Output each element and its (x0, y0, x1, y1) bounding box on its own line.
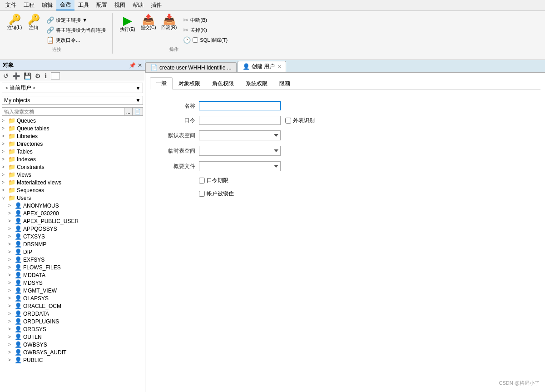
search-button[interactable]: ... (124, 108, 132, 115)
change-password-button[interactable]: 📋 更改口令... (45, 35, 108, 45)
tree-item[interactable]: >👤CTXSYS (0, 233, 145, 240)
tree-expand-icon[interactable]: ∨ (2, 195, 8, 200)
panel-extra-control[interactable] (51, 72, 60, 79)
temp-ts-select[interactable] (199, 146, 281, 156)
tree-item[interactable]: >👤ANONYMOUS (0, 202, 145, 209)
tree-item[interactable]: >👤OWBSYS_AUDIT (0, 348, 145, 356)
tree-expand-icon[interactable]: > (2, 172, 8, 177)
tree-item[interactable]: >📁Indexes (0, 155, 145, 163)
tree-item[interactable]: >👤OWBSYS (0, 341, 145, 348)
tree-item[interactable]: >👤ORDPLUGINS (0, 318, 145, 325)
sql-tab[interactable]: 📄 create user WHHH identifie ... (145, 62, 237, 72)
tree-item[interactable]: >📁Sequences (0, 186, 145, 194)
tree-item[interactable]: >👤DIP (0, 248, 145, 256)
tree-expand-icon[interactable]: > (8, 327, 15, 332)
tree-expand-icon[interactable]: > (2, 164, 8, 169)
sub-tab-sys-privs[interactable]: 系统权限 (240, 78, 273, 89)
tree-item[interactable]: >👤OLAPSYS (0, 294, 145, 302)
menu-session[interactable]: 会话 (56, 0, 74, 10)
tree-expand-icon[interactable]: > (8, 334, 15, 339)
menu-file[interactable]: 文件 (2, 0, 20, 10)
tree-expand-icon[interactable]: > (2, 141, 8, 146)
panel-close-icon[interactable]: ✕ (138, 62, 142, 69)
tree-expand-icon[interactable]: > (8, 265, 15, 270)
tree-expand-icon[interactable]: > (8, 218, 15, 223)
name-input[interactable] (199, 101, 281, 110)
tree-expand-icon[interactable]: > (2, 157, 8, 162)
tree-item[interactable]: >📁Constraints (0, 163, 145, 171)
tree-expand-icon[interactable]: > (2, 118, 8, 123)
current-user-dropdown[interactable]: ＜当前用户＞ ▼ (2, 83, 143, 93)
tree-expand-icon[interactable]: > (8, 357, 15, 362)
tree-item[interactable]: >👤MDSYS (0, 279, 145, 287)
tree-item[interactable]: >👤ORDSYS (0, 325, 145, 333)
tree-expand-icon[interactable]: > (8, 273, 15, 278)
tree-item[interactable]: >👤ORACLE_OCM (0, 302, 145, 310)
tree-item[interactable]: >👤ORDDATA (0, 310, 145, 318)
tree-expand-icon[interactable]: > (8, 342, 15, 347)
tree-item[interactable]: >👤EXFSYS (0, 256, 145, 263)
new-doc-button[interactable]: 📄 (132, 108, 143, 115)
sub-tab-role-privs[interactable]: 角色权限 (206, 78, 240, 89)
execute-button[interactable]: ▶ 执行(E) (118, 14, 137, 34)
objects-dropdown[interactable]: My objects ▼ (2, 96, 143, 105)
menu-plugin[interactable]: 插件 (147, 0, 165, 10)
tree-item[interactable]: >📁Directories (0, 140, 145, 148)
info-icon[interactable]: ℹ (43, 72, 48, 80)
tree-item[interactable]: >👤PUBLIC (0, 356, 145, 364)
tree-item[interactable]: >👤APEX_030200 (0, 209, 145, 217)
search-input[interactable] (2, 108, 124, 115)
save-icon[interactable]: 💾 (22, 72, 33, 80)
sql-trace-checkbox[interactable] (193, 37, 198, 43)
default-ts-select[interactable] (199, 130, 281, 140)
tree-expand-icon[interactable]: > (8, 311, 15, 316)
tree-item[interactable]: >📁Materialized views (0, 179, 145, 186)
sub-tab-general[interactable]: 一般 (150, 77, 173, 89)
login-button[interactable]: 🔑 注销(L) (5, 14, 24, 32)
tree-item[interactable]: >📁Libraries (0, 132, 145, 140)
tree-item[interactable]: >👤MDDATA (0, 271, 145, 279)
tree-expand-icon[interactable]: > (8, 234, 15, 239)
menu-config[interactable]: 配置 (93, 0, 111, 10)
tree-item[interactable]: >👤APPQOSSYS (0, 225, 145, 233)
account-locked-checkbox[interactable] (199, 191, 205, 197)
tree-expand-icon[interactable]: > (8, 280, 15, 285)
tree-item[interactable]: >📁Queue tables (0, 124, 145, 132)
menu-help[interactable]: 帮助 (129, 0, 147, 10)
tree-expand-icon[interactable]: > (2, 126, 8, 131)
set-main-connection-button[interactable]: 🔗 设定主链接 ▼ (45, 15, 108, 25)
tree-item[interactable]: >📁Views (0, 171, 145, 179)
tree-expand-icon[interactable]: > (2, 180, 8, 185)
profile-select[interactable] (199, 161, 281, 171)
tree-item[interactable]: >📁Tables (0, 148, 145, 155)
refresh-icon[interactable]: ↺ (2, 72, 10, 80)
tree-expand-icon[interactable]: > (2, 134, 8, 139)
user-tab[interactable]: 👤 创建 用户 ✕ (238, 61, 286, 72)
rollback-button[interactable]: 📥 回滚(R) (159, 14, 178, 34)
password-input[interactable] (199, 116, 281, 125)
tree-expand-icon[interactable]: > (8, 249, 15, 254)
tree-expand-icon[interactable]: > (8, 211, 15, 216)
tree-item[interactable]: >👤APEX_PUBLIC_USER (0, 217, 145, 225)
filter-icon[interactable]: ⚙ (34, 72, 42, 80)
tree-expand-icon[interactable]: > (2, 149, 8, 154)
tree-expand-icon[interactable]: > (8, 303, 15, 308)
set-current-connection-button[interactable]: 🔗 将主连接设为当前连接 (45, 25, 108, 35)
user-tab-close-icon[interactable]: ✕ (277, 64, 281, 69)
tree-item[interactable]: >👤FLOWS_FILES (0, 263, 145, 271)
sub-tab-quota[interactable]: 限额 (273, 78, 296, 89)
add-icon[interactable]: ➕ (11, 72, 21, 80)
menu-view[interactable]: 视图 (111, 0, 129, 10)
pwd-expire-checkbox[interactable] (199, 178, 205, 184)
tree-expand-icon[interactable]: > (2, 188, 8, 193)
tree-expand-icon[interactable]: > (8, 319, 15, 324)
tree-expand-icon[interactable]: > (8, 257, 15, 262)
tree-expand-icon[interactable]: > (8, 288, 15, 293)
interrupt-button[interactable]: ✂ 中断(B) (181, 15, 229, 25)
external-id-checkbox[interactable] (285, 118, 291, 124)
commit-button[interactable]: 📤 提交(C) (139, 14, 158, 34)
sql-trace-button[interactable]: 🕐 SQL 跟踪(T) (181, 35, 229, 45)
tree-item[interactable]: >👤DBSNMP (0, 240, 145, 248)
tree-item[interactable]: >📁Queues (0, 117, 145, 124)
tree-item[interactable]: >👤OUTLN (0, 333, 145, 341)
